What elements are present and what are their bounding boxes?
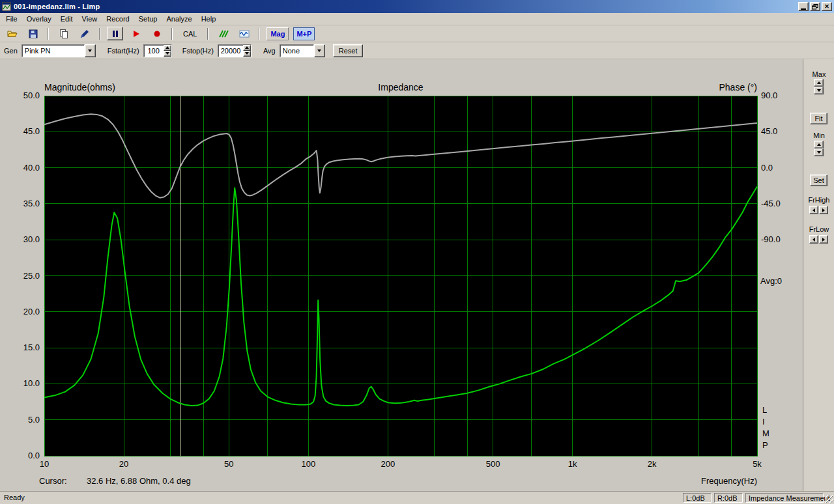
generator-dropdown-button[interactable] (85, 44, 96, 57)
menu-item-overlay[interactable]: Overlay (22, 14, 56, 24)
toolbar-separator (171, 28, 173, 40)
x-axis-tick-label: 1k (568, 459, 577, 469)
chevron-down-icon (88, 49, 92, 52)
y-axis-tick-label: 25.0 (23, 271, 40, 281)
up-arrow-icon (817, 143, 821, 146)
avg-indicator: Avg:0 (760, 276, 782, 286)
up-arrow-icon (245, 46, 249, 49)
x-axis-tick-label: 10 (40, 459, 49, 469)
fstop-value[interactable]: 20000 (218, 45, 243, 57)
pause-button[interactable] (107, 27, 123, 40)
left-level-indicator: L:0dB (683, 493, 712, 503)
copy-icon (59, 29, 69, 39)
window-controls: ✕ (798, 2, 832, 11)
fstart-input[interactable]: 100 (143, 44, 172, 57)
x-axis-tick-label: 50 (224, 459, 233, 469)
open-folder-icon (7, 29, 18, 39)
fstart-label: Fstart(Hz) (108, 47, 139, 55)
frlow-left-button[interactable] (809, 235, 818, 244)
play-button[interactable] (128, 27, 144, 40)
play-icon (131, 29, 141, 39)
toolbar-main: CAL Mag M+P (0, 25, 834, 42)
x-axis-tick-label: 500 (486, 459, 500, 469)
avg-select[interactable]: None (280, 44, 325, 57)
menu-item-file[interactable]: File (1, 14, 22, 24)
chart-panel: Magnitude(ohms) Impedance Phase (°) Avg:… (0, 59, 803, 492)
min-up-button[interactable] (814, 141, 824, 148)
max-down-button[interactable] (814, 87, 824, 94)
mag-phase-button[interactable]: M+P (293, 27, 315, 40)
fit-button[interactable]: Fit (810, 113, 827, 124)
menu-item-record[interactable]: Record (102, 14, 134, 24)
generator-selected-value: Pink PN (22, 44, 85, 57)
generator-button[interactable] (215, 27, 231, 40)
fstop-label: Fstop(Hz) (182, 47, 214, 55)
fstart-value[interactable]: 100 (144, 45, 164, 57)
down-arrow-icon (245, 52, 249, 55)
max-up-button[interactable] (814, 79, 824, 87)
set-button[interactable]: Set (810, 175, 827, 186)
down-arrow-icon (165, 52, 169, 55)
y-axis-tick-label: 40.0 (23, 163, 40, 173)
x-axis-title: Frequency(Hz) (701, 476, 757, 486)
window-title: 001-impedanz.lim - Limp (14, 3, 100, 10)
avg-dropdown-button[interactable] (314, 44, 325, 57)
toolbar-generator: Gen Pink PN Fstart(Hz) 100 Fstop(Hz) 200… (0, 42, 834, 59)
pause-icon (110, 29, 121, 39)
fstart-down-button[interactable] (164, 51, 171, 57)
status-ready-text: Ready (4, 494, 25, 501)
title-bar: 001-impedanz.lim - Limp ✕ (0, 0, 834, 13)
toolbar-separator (99, 28, 100, 40)
generator-select[interactable]: Pink PN (22, 44, 96, 57)
impedance-chart: Magnitude(ohms) Impedance Phase (°) Avg:… (0, 59, 803, 492)
phase-axis-tick-label: 90.0 (761, 91, 777, 100)
app-window: 001-impedanz.lim - Limp ✕ FileOverlayEdi… (0, 0, 834, 504)
restore-button[interactable] (810, 2, 820, 11)
generator-icon (218, 29, 229, 39)
chart-title: Impedance (378, 82, 423, 92)
fstart-up-button[interactable] (164, 45, 171, 51)
fstop-down-button[interactable] (243, 51, 251, 57)
save-button[interactable] (25, 27, 41, 40)
menu-item-setup[interactable]: Setup (134, 14, 162, 24)
y-axis-tick-label: 30.0 (23, 234, 40, 244)
reset-button[interactable]: Reset (333, 44, 364, 57)
wave-icon (239, 29, 250, 39)
menu-item-analyze[interactable]: Analyze (162, 14, 196, 24)
phase-axis-tick-label: -90.0 (761, 234, 781, 244)
frlow-right-button[interactable] (819, 235, 828, 244)
menu-item-help[interactable]: Help (197, 14, 221, 24)
avg-label: Avg (263, 47, 276, 55)
fstart-spinner (164, 45, 171, 57)
resize-grip[interactable] (825, 495, 833, 503)
frhigh-right-button[interactable] (819, 206, 828, 214)
wave-button[interactable] (236, 27, 252, 40)
record-button[interactable] (149, 27, 165, 40)
minimize-button[interactable] (798, 2, 809, 11)
cal-button[interactable]: CAL (179, 27, 201, 40)
mag-button[interactable]: Mag (266, 27, 289, 40)
limp-watermark-letter: P (762, 440, 768, 450)
pen-icon (79, 29, 90, 39)
chevron-down-icon (317, 49, 321, 52)
close-button[interactable]: ✕ (822, 2, 832, 11)
frhigh-left-button[interactable] (809, 206, 818, 214)
gen-label: Gen (4, 47, 18, 55)
up-arrow-icon (817, 81, 821, 84)
fstop-up-button[interactable] (243, 45, 251, 51)
min-down-button[interactable] (814, 148, 824, 156)
copy-button[interactable] (55, 27, 72, 40)
open-button[interactable] (4, 27, 20, 40)
fstop-spinner (243, 45, 251, 57)
y-axis-tick-label: 10.0 (23, 378, 40, 388)
menu-item-view[interactable]: View (78, 14, 102, 24)
pen-button[interactable] (76, 27, 93, 40)
x-axis-tick-label: 20 (119, 459, 128, 469)
fstop-input[interactable]: 20000 (218, 44, 252, 57)
x-axis-tick-label: 2k (648, 459, 657, 469)
menu-item-edit[interactable]: Edit (56, 14, 78, 24)
right-axis-title: Phase (°) (719, 82, 757, 92)
toolbar-separator (259, 28, 260, 40)
y-axis-tick-label: 50.0 (23, 91, 40, 100)
left-arrow-icon (812, 208, 815, 212)
